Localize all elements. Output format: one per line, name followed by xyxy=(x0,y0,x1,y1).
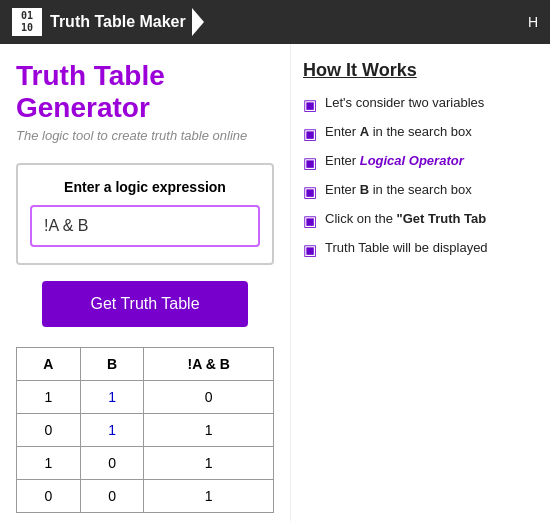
check-icon: ▣ xyxy=(303,96,317,114)
list-item: ▣ Click on the "Get Truth Tab xyxy=(303,211,538,230)
cell-result: 1 xyxy=(144,480,274,513)
cell-result: 1 xyxy=(144,414,274,447)
header-title: Truth Table Maker xyxy=(50,13,186,31)
list-item-text: Enter Logical Operator xyxy=(325,153,464,168)
col-header-result: !A & B xyxy=(144,348,274,381)
table-row: 001 xyxy=(17,480,274,513)
cell-result: 1 xyxy=(144,447,274,480)
list-item: ▣ Enter Logical Operator xyxy=(303,153,538,172)
header-nav[interactable]: H xyxy=(528,14,538,30)
table-header-row: A B !A & B xyxy=(17,348,274,381)
cell-a: 0 xyxy=(17,414,81,447)
how-it-works-title: How It Works xyxy=(303,60,538,81)
cell-result: 0 xyxy=(144,381,274,414)
table-row: 101 xyxy=(17,447,274,480)
logo[interactable]: 0110 Truth Table Maker xyxy=(12,8,204,36)
cell-b: 1 xyxy=(80,414,144,447)
check-icon: ▣ xyxy=(303,154,317,172)
cell-b: 0 xyxy=(80,447,144,480)
how-it-works-list: ▣ Let's consider two variables ▣ Enter A… xyxy=(303,95,538,259)
list-item-text: Enter A in the search box xyxy=(325,124,472,139)
bold-b: B xyxy=(360,182,369,197)
list-item: ▣ Let's consider two variables xyxy=(303,95,538,114)
bold-a: A xyxy=(360,124,369,139)
logo-icon: 0110 xyxy=(12,8,42,36)
list-item-text: Click on the "Get Truth Tab xyxy=(325,211,486,226)
col-header-b: B xyxy=(80,348,144,381)
cell-a: 0 xyxy=(17,480,81,513)
header-arrow-icon xyxy=(192,8,204,36)
cell-a: 1 xyxy=(17,381,81,414)
list-item: ▣ Enter A in the search box xyxy=(303,124,538,143)
right-panel: How It Works ▣ Let's consider two variab… xyxy=(290,44,550,521)
left-panel: Truth Table Generator The logic tool to … xyxy=(0,44,290,521)
list-item-text: Truth Table will be displayed xyxy=(325,240,488,255)
table-row: 110 xyxy=(17,381,274,414)
input-label: Enter a logic expression xyxy=(30,179,260,195)
list-item: ▣ Truth Table will be displayed xyxy=(303,240,538,259)
cell-b: 1 xyxy=(80,381,144,414)
input-section: Enter a logic expression xyxy=(16,163,274,265)
quoted-button-text: "Get Truth Tab xyxy=(397,211,487,226)
cell-b: 0 xyxy=(80,480,144,513)
table-row: 011 xyxy=(17,414,274,447)
check-icon: ▣ xyxy=(303,241,317,259)
check-icon: ▣ xyxy=(303,125,317,143)
cell-a: 1 xyxy=(17,447,81,480)
get-truth-table-button[interactable]: Get Truth Table xyxy=(42,281,248,327)
list-item-text: Let's consider two variables xyxy=(325,95,484,110)
page-subtitle: The logic tool to create truth table onl… xyxy=(16,128,274,143)
main-container: Truth Table Generator The logic tool to … xyxy=(0,44,550,521)
truth-table: A B !A & B 110011101001 xyxy=(16,347,274,513)
page-title: Truth Table Generator xyxy=(16,60,274,124)
check-icon: ▣ xyxy=(303,212,317,230)
list-item: ▣ Enter B in the search box xyxy=(303,182,538,201)
col-header-a: A xyxy=(17,348,81,381)
check-icon: ▣ xyxy=(303,183,317,201)
app-header: 0110 Truth Table Maker H xyxy=(0,0,550,44)
logic-expression-input[interactable] xyxy=(30,205,260,247)
list-item-text: Enter B in the search box xyxy=(325,182,472,197)
logical-operator-text: Logical Operator xyxy=(360,153,464,168)
